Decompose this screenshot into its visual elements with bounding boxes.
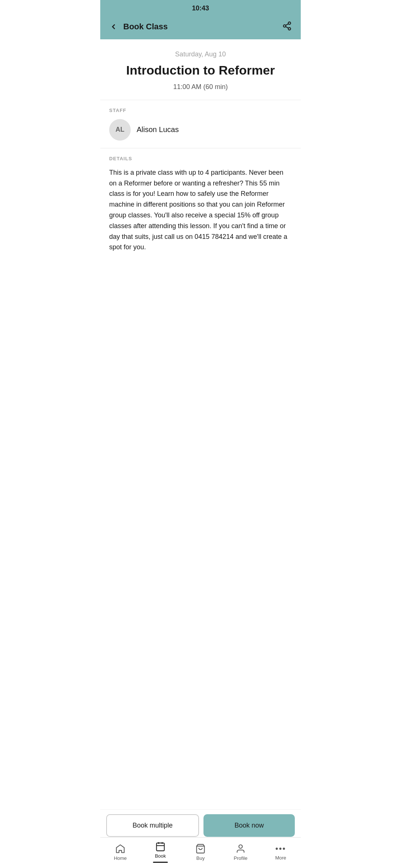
class-date: Saturday, Aug 10	[108, 50, 293, 58]
nav-more[interactable]: ••• More	[261, 844, 301, 861]
back-button[interactable]	[108, 21, 120, 33]
bottom-nav: Home Book Buy Profile ••• More	[100, 837, 301, 868]
svg-line-4	[286, 24, 288, 25]
class-title: Introduction to Reformer	[108, 63, 293, 78]
header-title: Book Class	[123, 22, 168, 32]
nav-home[interactable]: Home	[100, 844, 140, 861]
details-label: DETAILS	[109, 156, 292, 161]
staff-section: STAFF AL Alison Lucas	[100, 100, 301, 148]
more-icon: •••	[275, 844, 286, 854]
book-label: Book	[155, 853, 166, 859]
book-icon	[155, 841, 166, 852]
content: Saturday, Aug 10 Introduction to Reforme…	[100, 39, 301, 305]
details-text: This is a private class with up to 4 par…	[109, 167, 292, 253]
share-button[interactable]	[281, 20, 293, 33]
status-time: 10:43	[192, 4, 209, 12]
home-label: Home	[114, 855, 127, 861]
svg-point-10	[239, 845, 242, 848]
svg-line-3	[286, 27, 288, 28]
staff-row: AL Alison Lucas	[109, 119, 292, 141]
staff-name: Alison Lucas	[137, 125, 179, 134]
buy-icon	[195, 844, 206, 854]
staff-label: STAFF	[109, 108, 292, 113]
nav-buy[interactable]: Buy	[180, 844, 221, 861]
bottom-buttons: Book multiple Book now	[100, 809, 301, 841]
svg-point-0	[288, 22, 291, 24]
class-hero: Saturday, Aug 10 Introduction to Reforme…	[100, 39, 301, 100]
back-icon	[109, 22, 118, 31]
book-multiple-button[interactable]: Book multiple	[106, 814, 199, 837]
home-icon	[115, 844, 125, 854]
nav-profile[interactable]: Profile	[221, 844, 261, 861]
svg-rect-5	[157, 843, 164, 851]
details-section: DETAILS This is a private class with up …	[100, 148, 301, 260]
class-time: 11:00 AM (60 min)	[108, 83, 293, 91]
svg-point-1	[283, 25, 286, 27]
status-bar: 10:43	[100, 0, 301, 15]
profile-label: Profile	[234, 855, 248, 861]
nav-book[interactable]: Book	[140, 841, 180, 863]
svg-point-2	[288, 27, 291, 30]
header: Book Class	[100, 15, 301, 39]
buy-label: Buy	[196, 855, 205, 861]
share-icon	[282, 21, 292, 31]
more-label: More	[275, 855, 286, 861]
book-now-button[interactable]: Book now	[203, 814, 295, 837]
nav-active-indicator	[153, 862, 168, 863]
header-left: Book Class	[108, 21, 168, 33]
staff-avatar: AL	[109, 119, 131, 141]
profile-icon	[235, 844, 246, 854]
